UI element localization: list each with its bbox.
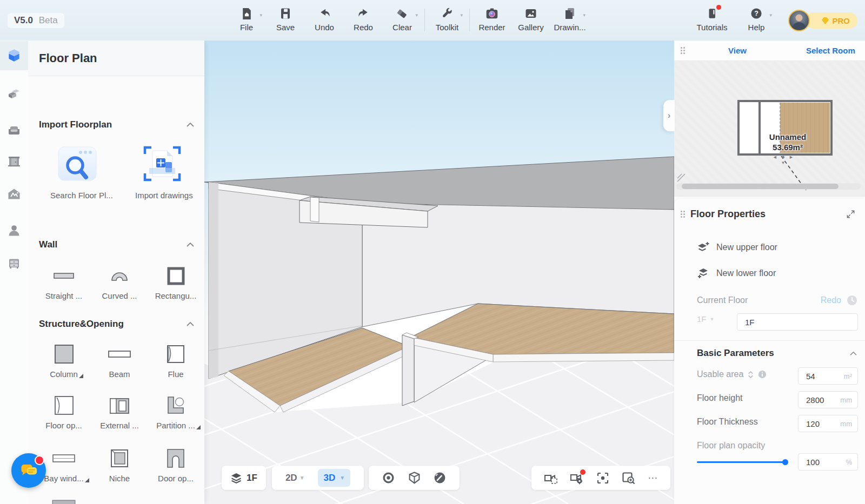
window-item[interactable]: Wind...	[37, 499, 91, 504]
floor-thickness-field[interactable]: mm	[798, 415, 858, 432]
expand-panel-icon[interactable]	[846, 210, 855, 219]
collapse-chevron-icon[interactable]	[186, 321, 195, 327]
version-text: V5.0	[14, 15, 33, 25]
minimap-scrollbar[interactable]	[676, 183, 861, 190]
opacity-field[interactable]: %	[798, 453, 858, 471]
file-dropdown-caret[interactable]: ▾	[260, 12, 262, 18]
floor-properties-title: Floor Properties	[690, 209, 766, 220]
sidebar-item-furniture[interactable]	[0, 116, 28, 145]
drawings-dropdown-caret[interactable]: ▾	[583, 12, 585, 18]
new-lower-floor-button[interactable]: New lower floor ▼	[697, 267, 848, 280]
minimap-area[interactable]: Unnamed 53.69m² ◂ ● ▸ ▾	[674, 61, 865, 190]
partition-wall-item[interactable]: Partition ...	[149, 394, 203, 431]
drag-handle-icon[interactable]	[681, 47, 685, 54]
section-wall: Wall	[39, 239, 195, 250]
external-window-item[interactable]: External ...	[92, 394, 147, 431]
rectangular-room-icon	[149, 264, 203, 288]
3d-viewport[interactable]: 1F 2D ▼ 3D ▼ ⋯	[204, 41, 674, 504]
floor-name-field[interactable]	[737, 313, 858, 331]
floor-opening-item[interactable]: Floor op...	[37, 394, 91, 431]
curved-wall-item[interactable]: Curved ...	[92, 264, 147, 301]
basic-parameters-header[interactable]: Basic Parameters	[697, 348, 857, 359]
camera-select-button[interactable]	[544, 472, 558, 485]
cube-view-button[interactable]	[408, 472, 421, 484]
sidebar-item-doors[interactable]	[0, 147, 28, 176]
undo-button[interactable]: Undo	[308, 6, 341, 32]
sidebar-item-storage[interactable]	[0, 249, 28, 278]
collapse-chevron-icon[interactable]	[186, 242, 195, 247]
clear-dropdown-caret[interactable]: ▾	[415, 12, 418, 18]
drawings-button[interactable]: ▾ Drawin...	[553, 6, 587, 32]
door-opening-item[interactable]: Door op...	[149, 447, 203, 483]
beta-text: Beta	[39, 15, 58, 25]
header-right-group: Tutorials ▾ ? Help	[695, 6, 773, 32]
tab-select-room[interactable]: Select Room	[806, 46, 855, 55]
pro-badge[interactable]: PRO	[806, 12, 857, 29]
import-drawings-item[interactable]: Import drawings	[135, 140, 189, 200]
focus-center-button[interactable]	[596, 472, 609, 485]
mode-2d-label: 2D	[285, 473, 297, 483]
tutorials-button[interactable]: Tutorials	[695, 6, 729, 32]
drag-handle-icon[interactable]	[681, 211, 685, 218]
user-avatar[interactable]	[788, 10, 810, 31]
collapse-chevron-icon[interactable]	[186, 122, 195, 127]
mode-2d-button[interactable]: 2D ▼	[285, 473, 305, 483]
mode-3d-button[interactable]: 3D ▼	[318, 469, 350, 487]
history-icon[interactable]	[847, 295, 857, 306]
sidebar-item-tiles[interactable]	[0, 80, 28, 109]
help-dropdown-caret[interactable]: ▾	[769, 12, 772, 18]
redo-link[interactable]: Redo	[821, 295, 841, 305]
help-button[interactable]: ▾ ? Help	[740, 6, 773, 32]
floor-height-input[interactable]	[799, 395, 834, 405]
floor-height-field[interactable]: mm	[798, 391, 858, 408]
view-mode-switcher: 2D ▼ 3D ▼	[272, 466, 364, 490]
file-button[interactable]: ▾ File	[230, 6, 263, 32]
speedometer-button[interactable]	[434, 472, 446, 484]
usable-area-input[interactable]	[799, 372, 834, 381]
ai-house-icon	[6, 187, 22, 202]
beam-item[interactable]: Beam	[92, 342, 147, 379]
collapse-chevron-icon[interactable]	[849, 351, 857, 356]
flue-item[interactable]: Flue	[149, 342, 203, 379]
camera-settings-button[interactable]	[570, 472, 584, 485]
gallery-button[interactable]: Gallery	[514, 6, 548, 32]
tab-view[interactable]: View	[728, 46, 747, 55]
support-chat-button[interactable]	[11, 453, 46, 488]
opacity-slider[interactable]	[697, 461, 786, 463]
sidebar-item-ai-design[interactable]	[0, 180, 28, 209]
search-floorplan-item[interactable]: Search Floor Pl...	[50, 140, 104, 200]
floor-switcher[interactable]: 1F	[222, 466, 266, 490]
redo-button[interactable]: Redo	[347, 6, 380, 32]
floor-name-input[interactable]	[737, 318, 809, 327]
toolkit-dropdown-caret[interactable]: ▾	[460, 12, 463, 18]
floor-plan-panel: Floor Plan Import Floorplan Search Floor…	[28, 41, 204, 504]
more-tools-button[interactable]: ⋯	[648, 472, 658, 484]
column-item[interactable]: Column	[37, 342, 91, 379]
rectangular-room-item[interactable]: Rectangu...	[149, 264, 203, 301]
opacity-slider-knob[interactable]	[782, 459, 788, 465]
floor-thickness-label: Floor Thickness	[697, 417, 758, 426]
room-nav-caret[interactable]: ▾	[743, 160, 824, 165]
sidebar-item-floorplan[interactable]	[0, 41, 28, 70]
resize-handle-icon[interactable]	[676, 173, 686, 183]
visibility-eye-button[interactable]	[382, 472, 395, 484]
render-button[interactable]: Render	[475, 6, 509, 32]
toolkit-button[interactable]: ▾ Toolkit	[430, 6, 464, 32]
info-icon[interactable]	[758, 370, 767, 379]
niche-item[interactable]: Niche	[92, 447, 147, 483]
toolbar-divider	[469, 9, 470, 31]
save-button[interactable]: Save	[269, 6, 302, 32]
new-upper-floor-button[interactable]: New upper floor ▼	[697, 241, 848, 254]
item-label: Curved ...	[102, 291, 137, 300]
panel-expander-tab[interactable]: ›	[663, 100, 675, 131]
zoom-region-button[interactable]	[622, 472, 636, 485]
clear-button[interactable]: ▾ Clear	[385, 6, 419, 32]
floor-thickness-input[interactable]	[799, 419, 834, 428]
sidebar-item-profile[interactable]	[0, 216, 28, 245]
floor-selector-caret: ▼	[710, 317, 715, 322]
straight-wall-item[interactable]: Straight ...	[37, 264, 91, 301]
usable-area-field[interactable]: m²	[798, 367, 858, 385]
sort-arrows-icon[interactable]	[747, 371, 754, 379]
minimap-scrollbar-thumb[interactable]	[682, 184, 839, 189]
opacity-input[interactable]	[799, 458, 834, 467]
